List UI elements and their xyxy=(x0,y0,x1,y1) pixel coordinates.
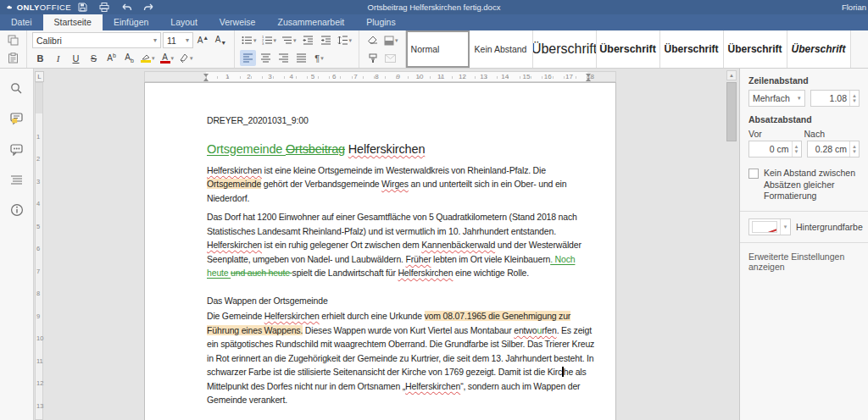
spinner-arrows-icon[interactable]: ▲▼ xyxy=(849,91,859,106)
document-title: Ortsbeitrag Helferskirchen fertig.docx xyxy=(368,0,501,14)
tab-datei[interactable]: Datei xyxy=(0,14,43,30)
font-color-bar xyxy=(160,61,170,64)
background-color-picker[interactable]: ▾ xyxy=(748,218,791,235)
font-group: Calibri ▾ 11 ▾ A▲ A▼ B I U S Ab Ab xyxy=(27,30,235,68)
tab-layout[interactable]: Layout xyxy=(159,14,209,30)
bullet-list-icon xyxy=(242,36,253,45)
document-page[interactable]: DREYER_20201031_9:00Ortsgemeinde Ortsbei… xyxy=(144,82,616,420)
spinner-arrows-icon[interactable]: ▲▼ xyxy=(849,141,859,157)
left-indent-marker[interactable] xyxy=(203,74,209,81)
navigation-button[interactable] xyxy=(8,170,26,189)
tab-verweise[interactable]: Verweise xyxy=(209,14,267,30)
tab-startseite[interactable]: Startseite xyxy=(43,14,103,30)
ruler-number: 6 xyxy=(332,73,336,80)
subscript-button[interactable]: Ab xyxy=(121,50,137,66)
italic-button[interactable]: I xyxy=(50,50,66,66)
vertical-ruler[interactable]: 12345678910111213 xyxy=(35,82,43,420)
spacing-before-spinner[interactable]: 0 cm ▲▼ xyxy=(748,141,802,158)
horizontal-ruler[interactable]: 123456789101112131415161718 xyxy=(144,71,616,82)
text-run-spell: Helferskirchen xyxy=(264,311,320,321)
show-formatting-marks-button[interactable]: ¶ ▾ xyxy=(311,50,327,66)
tab-plugins[interactable]: Plugins xyxy=(355,14,406,30)
paste-button[interactable] xyxy=(5,50,21,66)
numbered-list-icon: 123 xyxy=(262,36,273,45)
align-justify-button[interactable] xyxy=(293,50,309,66)
editor-canvas[interactable]: L 123456789101112131415161718 1234567891… xyxy=(34,69,739,420)
font-color-button[interactable]: A ▾ xyxy=(159,50,176,66)
chat-button[interactable] xyxy=(8,140,26,158)
decrease-font-button[interactable]: A▼ xyxy=(213,32,229,48)
align-right-button[interactable] xyxy=(275,50,292,66)
undo-icon xyxy=(121,3,132,12)
search-button[interactable] xyxy=(8,79,26,97)
style-normal[interactable]: Normal xyxy=(406,30,470,68)
highlight-color-button[interactable]: ▾ xyxy=(139,50,157,66)
text-run-spell: entwo xyxy=(514,325,537,335)
text-run-del: Ortsbeitrag xyxy=(286,142,345,156)
bullet-list-button[interactable]: ▾ xyxy=(240,32,259,48)
text-run-plain: Dieses Wappen wurde von Kurt Viertel aus… xyxy=(303,325,514,335)
tab-zusammenarbeit[interactable]: Zusammenarbeit xyxy=(266,14,355,30)
style-h4[interactable]: Überschrift xyxy=(724,30,787,68)
spinner-arrows-icon[interactable]: ▲▼ xyxy=(792,141,801,157)
redo-button[interactable] xyxy=(137,0,159,14)
paragraph-shading-button[interactable]: ▾ xyxy=(177,50,195,66)
save-button[interactable] xyxy=(71,0,93,14)
background-color-label: Hintergrundfarbe xyxy=(796,222,863,232)
no-spacing-between-paragraphs-checkbox[interactable] xyxy=(748,169,759,179)
tab-einfügen[interactable]: Einfügen xyxy=(103,14,159,30)
decrease-indent-button[interactable] xyxy=(300,32,316,48)
increase-indent-icon xyxy=(320,36,331,45)
clear-style-button[interactable] xyxy=(364,32,381,48)
spacing-after-spinner[interactable]: 0.28 cm ▲▼ xyxy=(807,141,860,158)
advanced-settings-link[interactable]: Erweiterte Einstellungen anzeigen xyxy=(748,251,860,272)
line-spacing-mode-select[interactable]: Mehrfach ▾ xyxy=(748,90,805,107)
strikethrough-button[interactable]: S xyxy=(86,50,102,66)
style-h5[interactable]: Überschrift xyxy=(787,30,851,68)
highlight-color-bar xyxy=(141,60,151,63)
undo-button[interactable] xyxy=(115,0,137,14)
style-h2[interactable]: Überschrift xyxy=(597,30,660,68)
font-name-select[interactable]: Calibri ▾ xyxy=(32,32,161,48)
underline-button[interactable]: U xyxy=(68,50,84,66)
style-h3[interactable]: Überschrift xyxy=(660,30,724,68)
bold-button[interactable]: B xyxy=(32,50,48,66)
scrollbar-thumb[interactable] xyxy=(726,82,737,141)
font-size-select[interactable]: 11 ▾ xyxy=(163,32,193,48)
chevron-down-icon: ▾ xyxy=(274,37,277,44)
style-h1[interactable]: Überschrift xyxy=(533,30,597,68)
panel-divider xyxy=(740,242,868,243)
no-spacing-checkbox-label: Kein Abstand zwischen Absätzen gleicher … xyxy=(764,168,860,202)
align-center-button[interactable] xyxy=(258,50,274,66)
increase-indent-button[interactable] xyxy=(318,32,334,48)
print-icon xyxy=(99,3,109,12)
paragraph-settings-panel: Zeilenabstand Mehrfach ▾ 1.08 ▲▼ Absatza… xyxy=(739,69,868,420)
ruler-number: 4 xyxy=(290,73,293,80)
doc-paragraph-meta: DREYER_20201031_9:00 xyxy=(207,113,598,128)
scroll-up-button[interactable]: ▲ xyxy=(726,70,737,80)
comments-button[interactable] xyxy=(8,109,26,128)
mail-merge-button[interactable] xyxy=(382,50,398,66)
ruler-number: 1 xyxy=(36,133,40,141)
doc-paragraph-para1: Helferskirchen ist eine kleine Ortsgemei… xyxy=(207,163,598,206)
after-label: Nach xyxy=(804,129,860,139)
line-spacing-button[interactable]: ▾ xyxy=(336,32,354,48)
about-button[interactable] xyxy=(8,201,26,219)
multilevel-list-button[interactable]: ▾ xyxy=(280,32,298,48)
line-spacing-value-spinner[interactable]: 1.08 ▲▼ xyxy=(810,90,860,107)
cloud-logo-icon xyxy=(7,3,13,11)
vertical-scrollbar[interactable]: ▲ xyxy=(726,70,737,420)
align-left-button[interactable] xyxy=(240,50,256,66)
numbered-list-button[interactable]: 123 ▾ xyxy=(260,32,279,48)
copy-style-button[interactable] xyxy=(364,50,381,66)
select-all-fill-button[interactable]: ▾ xyxy=(382,32,400,48)
chevron-down-icon: ▾ xyxy=(152,55,155,62)
style-nospace[interactable]: Kein Abstand xyxy=(470,30,533,68)
text-run-plain: lebten im Ort viele Kleinbauern xyxy=(431,254,550,264)
tab-stop-selector[interactable]: L xyxy=(35,71,44,82)
increase-font-button[interactable]: A▲ xyxy=(195,32,211,48)
print-button[interactable] xyxy=(93,0,115,14)
copy-button[interactable] xyxy=(5,32,21,48)
text-run-hl: Ortsgemeinde xyxy=(207,179,261,189)
superscript-button[interactable]: Ab xyxy=(103,50,120,66)
